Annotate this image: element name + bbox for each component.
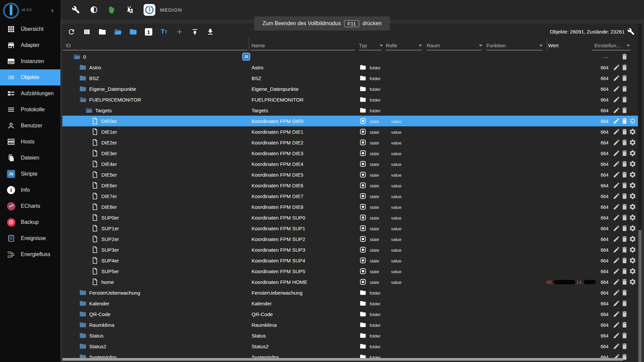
delete-object-icon[interactable]	[621, 300, 628, 307]
document-icon[interactable]	[91, 117, 99, 125]
edit-object-icon[interactable]	[613, 160, 620, 168]
expand-visible-button[interactable]	[129, 27, 138, 36]
horizontal-scrollbar-thumb[interactable]	[62, 358, 623, 361]
delete-object-icon[interactable]	[621, 160, 628, 168]
table-row-die2er[interactable]: DIE2erKoordinaten FPM DIE2statevalue664	[62, 137, 638, 148]
delete-object-icon[interactable]	[621, 171, 628, 178]
header-name-filter[interactable]: Name	[252, 43, 265, 48]
delete-object-icon[interactable]	[621, 332, 628, 339]
table-row-astro[interactable]: AstroAstrofolder664	[62, 62, 638, 73]
sidebar-item-info[interactable]: iInfo	[0, 182, 60, 198]
document-icon[interactable]	[91, 171, 99, 178]
delete-object-icon[interactable]	[621, 64, 628, 71]
edit-object-icon[interactable]	[613, 85, 620, 93]
delete-object-icon[interactable]	[621, 192, 628, 200]
sidebar-item-energiefluss[interactable]: Energiefluss	[0, 246, 60, 262]
header-typ-filter[interactable]: Typ	[359, 43, 367, 48]
edit-object-icon[interactable]	[613, 310, 620, 318]
delete-object-icon[interactable]	[621, 257, 628, 264]
sidebar-item-hosts[interactable]: Hosts	[0, 134, 60, 150]
export-objects-button[interactable]	[206, 27, 215, 36]
sidebar-item-benutzer[interactable]: Benutzer	[0, 118, 60, 134]
collapse-all-button[interactable]	[98, 27, 107, 36]
table-row-die3er[interactable]: DIE3erKoordinaten FPM DIE3statevalue664	[62, 148, 638, 159]
edit-object-icon[interactable]	[613, 96, 620, 103]
table-row-eigene-datenpunkte[interactable]: Eigene_DatenpunkteEigene_Datenpunktefold…	[62, 83, 638, 94]
edit-object-icon[interactable]	[613, 74, 620, 82]
table-row-die6er[interactable]: DIE6erKoordinaten FPM DIE6statevalue664	[62, 180, 638, 191]
custom-settings-icon[interactable]	[629, 203, 636, 210]
delete-object-icon[interactable]	[621, 96, 628, 103]
folder-icon[interactable]	[79, 321, 87, 328]
custom-settings-icon[interactable]	[629, 139, 636, 146]
notifications-muted-button[interactable]	[125, 5, 135, 14]
table-row-sup5er[interactable]: SUP5erKoordinaten FPM SUP5statevalue664	[62, 266, 638, 277]
header-einstellungen[interactable]: Einstellun...	[594, 43, 621, 48]
edit-object-icon[interactable]	[613, 107, 620, 114]
folder-icon[interactable]	[79, 64, 87, 71]
table-row-die1er[interactable]: DIE1erKoordinaten FPM DIE1statevalue664	[62, 126, 638, 137]
refresh-button[interactable]	[67, 27, 76, 36]
delete-object-icon[interactable]	[621, 225, 628, 232]
edit-object-icon[interactable]	[613, 278, 620, 286]
folder-open-icon[interactable]	[73, 53, 80, 60]
delete-object-icon[interactable]	[621, 117, 628, 125]
delete-object-icon[interactable]	[621, 235, 628, 243]
edit-object-icon[interactable]	[613, 343, 620, 350]
delete-object-icon[interactable]	[621, 53, 628, 60]
folder-icon[interactable]	[79, 310, 87, 318]
theme-toggle-button[interactable]	[89, 5, 99, 14]
custom-settings-icon[interactable]	[629, 182, 636, 189]
document-icon[interactable]	[91, 214, 99, 221]
table-row-sup2er[interactable]: SUP2erKoordinaten FPM SUP2statevalue664	[62, 234, 638, 244]
delete-object-icon[interactable]	[621, 321, 628, 328]
table-row-die5er[interactable]: DIE5erKoordinaten FPM DIE5statevalue664	[62, 169, 638, 180]
delete-object-icon[interactable]	[621, 278, 628, 286]
delete-object-icon[interactable]	[621, 289, 628, 296]
edit-object-icon[interactable]	[613, 246, 620, 253]
folder-icon[interactable]	[79, 85, 87, 93]
table-row-sup0er[interactable]: SUP0erKoordinaten FPM SUP0statevalue664	[62, 212, 638, 223]
edit-object-icon[interactable]	[613, 128, 620, 135]
document-icon[interactable]	[91, 128, 99, 135]
custom-settings-icon[interactable]	[629, 246, 636, 253]
custom-settings-icon[interactable]	[629, 160, 636, 168]
edit-object-icon[interactable]	[613, 235, 620, 243]
table-row-bsz[interactable]: BSZBSZfolder664	[62, 73, 638, 83]
sidebar-item-ereignisse[interactable]: Ereignisse	[0, 230, 60, 246]
table-row-die8er[interactable]: DIE8erKoordinaten FPM DIE8statevalue664	[62, 201, 638, 212]
view-columns-button[interactable]	[83, 27, 91, 36]
sidebar-item-ubersicht[interactable]: Übersicht	[0, 21, 60, 37]
custom-settings-icon[interactable]	[629, 225, 636, 232]
delete-object-icon[interactable]	[621, 74, 628, 82]
custom-settings-icon[interactable]	[629, 278, 636, 286]
delete-object-icon[interactable]	[621, 182, 628, 189]
document-icon[interactable]	[91, 278, 99, 286]
edit-object-icon[interactable]	[613, 203, 620, 210]
delete-object-icon[interactable]	[621, 85, 628, 93]
document-icon[interactable]	[91, 139, 99, 146]
delete-object-icon[interactable]	[621, 246, 628, 253]
table-row-status[interactable]: StatusStatusfolder664	[62, 330, 638, 341]
delete-object-icon[interactable]	[621, 267, 628, 275]
delete-object-icon[interactable]	[621, 343, 628, 350]
document-icon[interactable]	[91, 246, 99, 253]
edit-object-icon[interactable]	[613, 182, 620, 189]
funktion-dropdown-icon[interactable]	[539, 45, 543, 47]
custom-settings-icon[interactable]	[629, 117, 636, 125]
vertical-scrollbar-thumb[interactable]	[638, 230, 642, 362]
delete-object-icon[interactable]	[621, 203, 628, 210]
edit-object-icon[interactable]	[613, 171, 620, 178]
table-row-die4er[interactable]: DIE4erKoordinaten FPM DIE4statevalue664	[62, 159, 638, 169]
table-row-0[interactable]: 0JS—	[62, 51, 638, 62]
sidebar-item-adapter[interactable]: Adapter	[0, 37, 60, 53]
table-row-targets[interactable]: TargetsTargetsfolder664	[62, 105, 638, 116]
document-icon[interactable]	[91, 267, 99, 275]
document-icon[interactable]	[91, 257, 99, 264]
delete-object-icon[interactable]	[621, 149, 628, 157]
sidebar-item-backup[interactable]: Backup	[0, 214, 60, 230]
sidebar-item-protokolle[interactable]: Protokolle	[0, 102, 60, 118]
edit-object-icon[interactable]	[613, 117, 620, 125]
table-row-fuelpricemonitor[interactable]: FUELPRICEMONITORFUELPRICEMONITORfolder66…	[62, 94, 638, 105]
table-row-sup4er[interactable]: SUP4erKoordinaten FPM SUP4statevalue664	[62, 255, 638, 266]
